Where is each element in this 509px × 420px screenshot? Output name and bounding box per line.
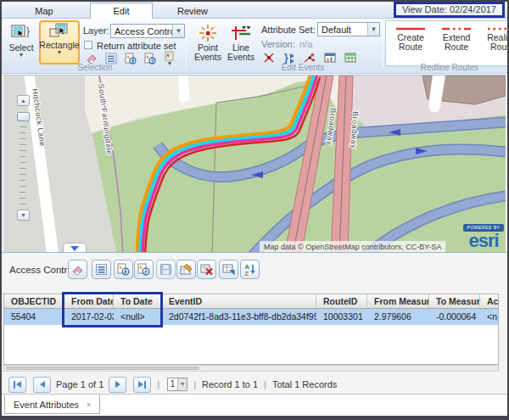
view-date-badge: View Date: 02/24/2017	[394, 2, 505, 18]
road-stub-2-end	[429, 102, 440, 113]
close-tab-icon[interactable]: ×	[87, 400, 91, 409]
select-button[interactable]: } Select ▼	[6, 22, 36, 59]
extend-route-button[interactable]: Extend Route	[435, 25, 478, 52]
prev-page-button[interactable]	[33, 377, 51, 393]
line-events-icon	[230, 23, 252, 43]
map-collapse-tab[interactable]	[63, 243, 87, 252]
tab-map[interactable]: Map	[14, 3, 75, 19]
last-page-button[interactable]	[133, 377, 151, 393]
svg-text:}: }	[26, 25, 30, 37]
pagination-bar: Page 1 of 1 | 1 ▼ | Record 1 to 1 | Tota…	[2, 374, 507, 395]
sort-records-button[interactable]: AZ	[240, 260, 260, 279]
layer-dropdown-arrow[interactable]: ▼	[172, 25, 184, 37]
attribute-set-combobox[interactable]: Default ▼	[317, 22, 380, 36]
point-events-icon	[198, 23, 218, 43]
collapse-arrow-icon	[70, 246, 79, 251]
select-dropdown-arrow[interactable]: ▼	[19, 53, 25, 58]
selection-group-label: Selection	[36, 63, 154, 72]
col-eventid[interactable]: EventID	[162, 294, 316, 308]
delete-selected-button[interactable]	[197, 260, 216, 279]
zoom-slider-thumb[interactable]	[17, 112, 30, 121]
attribute-set-label: Attribute Set:	[261, 25, 316, 35]
attribute-grid: OBJECTID From Date To Date EventID Route…	[3, 294, 499, 365]
edit-events-group-label: Edit Events	[248, 63, 358, 72]
next-page-button[interactable]	[109, 377, 126, 393]
record-range-text: Record 1 to 1	[202, 379, 258, 389]
attribute-set-dropdown-arrow[interactable]: ▼	[367, 23, 379, 36]
layer-combobox[interactable]: Access Control ▼	[110, 24, 185, 38]
grid-header-row: OBJECTID From Date To Date EventID Route…	[4, 294, 498, 309]
esri-logo: POWERED BY esri	[463, 224, 504, 250]
page-select-arrow[interactable]: ▼	[177, 378, 187, 390]
col-to-date[interactable]: To Date	[114, 294, 162, 308]
selection-list-button[interactable]	[92, 260, 111, 279]
svg-text:}: }	[284, 52, 288, 64]
bottom-tabstrip: Event Attributes ×	[2, 394, 507, 416]
col-routeid[interactable]: RouteID	[316, 294, 367, 308]
rectangle-button[interactable]: Rectangle ▼	[39, 20, 80, 64]
road-stub-end	[179, 92, 190, 103]
version-value: n/a	[299, 39, 312, 49]
col-access[interactable]: Ac	[480, 294, 499, 308]
table-row[interactable]: 55404 2017-02-03 <null> 2d0742f1-8ad3-11…	[4, 309, 498, 325]
tab-review[interactable]: Review	[159, 3, 226, 19]
zoom-to-selection-button[interactable]	[114, 260, 133, 279]
page-number-select[interactable]: 1 ▼	[167, 378, 187, 391]
group-separator	[186, 21, 187, 69]
map-canvas: Hitchcock Lane South Farmingdale Broadwa…	[3, 76, 506, 252]
event-attributes-panel: Access Control AZ OBJECTID From Date To …	[2, 252, 507, 394]
tab-edit[interactable]: Edit	[90, 3, 153, 19]
total-records-text: Total 1 Records	[272, 379, 337, 389]
zoom-in-button[interactable]: ▲	[17, 95, 30, 106]
col-to-measure[interactable]: To Measure	[429, 294, 480, 308]
group-separator	[383, 21, 383, 69]
point-events-button[interactable]: Point Events	[192, 22, 224, 63]
redline-group-label: Redline Routes	[392, 63, 507, 72]
return-attribute-set-checkbox[interactable]	[84, 41, 92, 49]
svg-text:Z: Z	[245, 270, 249, 277]
col-from-date[interactable]: From Date	[64, 294, 114, 308]
rectangle-dropdown-arrow[interactable]: ▼	[57, 50, 63, 55]
redline-routes-panel: Create Route Extend Route Realign Route	[385, 20, 509, 66]
save-edits-button[interactable]	[156, 260, 176, 279]
realign-route-button[interactable]: Realign Route	[481, 25, 509, 52]
return-attribute-set-label: Return attribute set	[97, 41, 176, 51]
create-route-button[interactable]: Create Route	[389, 25, 432, 52]
tab-event-attributes[interactable]: Event Attributes ×	[4, 395, 100, 414]
select-tool-icon: }	[10, 23, 32, 43]
pan-to-selection-button[interactable]	[134, 260, 154, 279]
col-objectid[interactable]: OBJECTID	[4, 294, 64, 308]
app-window: Map Edit Review View Date: 02/24/2017 } …	[0, 0, 509, 420]
edit-attributes-button[interactable]	[176, 260, 196, 279]
scrollbar-thumb[interactable]	[6, 367, 199, 370]
rectangle-tool-icon	[48, 22, 70, 41]
map-attribution: Map data © OpenStreetMap contributors, C…	[260, 241, 445, 252]
zoom-out-button[interactable]: ▼	[17, 210, 30, 221]
zoom-slider[interactable]: ▲ ▼	[17, 95, 30, 221]
map[interactable]: Hitchcock Lane South Farmingdale Broadwa…	[3, 75, 506, 252]
selection-options-icon[interactable]: ▼	[161, 51, 178, 66]
grid-horizontal-scrollbar[interactable]	[3, 365, 499, 372]
layer-label: Layer:	[83, 25, 109, 36]
page-text: Page 1 of 1	[56, 379, 103, 389]
attribute-set-button[interactable]	[219, 260, 238, 279]
clear-selection-button[interactable]	[68, 260, 87, 279]
version-label: Version:	[261, 39, 295, 49]
layer-title: Access Control	[9, 265, 75, 275]
ribbon: } Select ▼ Rectangle ▼ Layer: Access Con…	[2, 19, 507, 74]
first-page-button[interactable]	[8, 377, 26, 393]
col-from-measure[interactable]: From Measure	[367, 294, 429, 308]
line-events-button[interactable]: Line Events	[225, 22, 257, 63]
